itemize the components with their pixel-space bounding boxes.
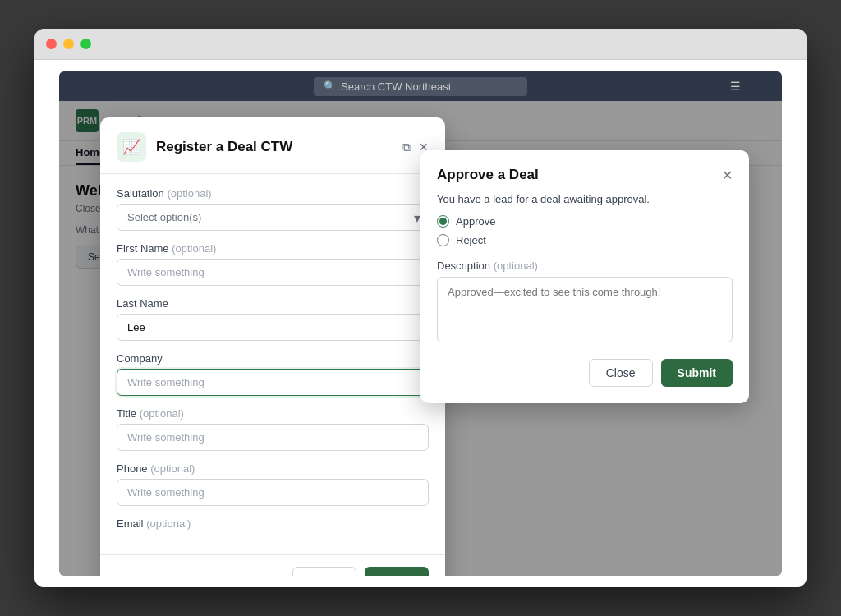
modal-icon: 📈 <box>117 132 146 162</box>
close-window-button[interactable] <box>46 39 57 49</box>
email-field: Email (optional) <box>117 517 429 530</box>
browser-topbar: 🔍 Search CTW Northeast ☰ <box>59 71 782 101</box>
modal-register-body: Salutation (optional) Select option(s) ▾ <box>100 174 445 554</box>
phone-label: Phone (optional) <box>117 462 429 475</box>
register-next-button[interactable]: Next <box>365 567 429 576</box>
mac-window: 🔍 Search CTW Northeast ☰ PRM PRM for... … <box>34 29 807 587</box>
maximize-window-button[interactable] <box>80 39 91 49</box>
search-text: Search CTW Northeast <box>341 80 451 93</box>
phone-input[interactable] <box>117 479 429 506</box>
first-name-input[interactable] <box>117 259 429 286</box>
salutation-select[interactable]: Select option(s) <box>117 204 429 231</box>
modal-approve-deal: Approve a Deal ✕ You have a lead for a d… <box>420 150 749 403</box>
title-label: Title (optional) <box>117 407 429 420</box>
external-link-icon[interactable]: ⧉ <box>402 140 411 154</box>
modal-register-footer: Close Next <box>100 554 445 576</box>
approve-option[interactable]: Approve <box>437 215 733 228</box>
phone-field: Phone (optional) <box>117 462 429 506</box>
modal-register-deal: 📈 Register a Deal CTW ⧉ ✕ Salutation <box>100 117 445 576</box>
salutation-label: Salutation (optional) <box>117 187 429 200</box>
reject-option[interactable]: Reject <box>437 234 733 246</box>
search-icon: 🔍 <box>324 80 336 92</box>
title-optional: (optional) <box>140 407 184 420</box>
reject-radio[interactable] <box>437 234 449 246</box>
last-name-field: Last Name <box>117 297 429 341</box>
first-name-label: First Name (optional) <box>117 242 429 255</box>
register-close-button[interactable]: Close <box>292 567 356 576</box>
approve-close-button[interactable]: Close <box>589 359 653 387</box>
approve-close-icon[interactable]: ✕ <box>722 168 733 183</box>
title-field: Title (optional) <box>117 407 429 451</box>
approve-header: Approve a Deal ✕ <box>437 167 733 183</box>
approve-radio[interactable] <box>437 215 449 228</box>
last-name-input[interactable] <box>117 314 429 341</box>
modal-icon-graphic: 📈 <box>122 138 140 156</box>
approve-description-input[interactable] <box>437 277 733 342</box>
last-name-label: Last Name <box>117 297 429 310</box>
app-content: PRM PRM for... Home Mess... Welcome ba..… <box>59 101 782 576</box>
approve-submit-button[interactable]: Submit <box>661 359 733 387</box>
desc-optional: (optional) <box>494 260 538 272</box>
description-label: Description (optional) <box>437 260 733 272</box>
salutation-field: Salutation (optional) Select option(s) ▾ <box>117 187 429 231</box>
email-label: Email (optional) <box>117 517 429 530</box>
modal-title: Register a Deal CTW <box>156 139 393 155</box>
phone-optional: (optional) <box>150 462 195 475</box>
modal-register-header: 📈 Register a Deal CTW ⧉ ✕ <box>100 117 445 174</box>
minimize-window-button[interactable] <box>63 39 74 49</box>
browser-search-bar[interactable]: 🔍 Search CTW Northeast <box>314 77 527 96</box>
approve-subtitle: You have a lead for a deal awaiting appr… <box>437 193 733 205</box>
salutation-optional: (optional) <box>167 187 211 200</box>
first-name-field: First Name (optional) <box>117 242 429 286</box>
app-background: 🔍 Search CTW Northeast ☰ PRM PRM for... … <box>34 60 807 587</box>
company-input[interactable] <box>117 369 429 396</box>
title-input[interactable] <box>117 424 429 451</box>
salutation-select-wrapper[interactable]: Select option(s) ▾ <box>117 204 429 231</box>
company-field: Company <box>117 352 429 396</box>
company-label: Company <box>117 352 429 365</box>
menu-icon[interactable]: ☰ <box>730 80 741 93</box>
approve-radio-group: Approve Reject <box>437 215 733 246</box>
titlebar <box>34 29 807 60</box>
email-optional: (optional) <box>146 517 191 530</box>
browser-window: 🔍 Search CTW Northeast ☰ PRM PRM for... … <box>59 71 782 576</box>
approve-footer: Close Submit <box>437 359 733 387</box>
first-name-optional: (optional) <box>172 242 216 255</box>
approve-title: Approve a Deal <box>437 167 539 183</box>
